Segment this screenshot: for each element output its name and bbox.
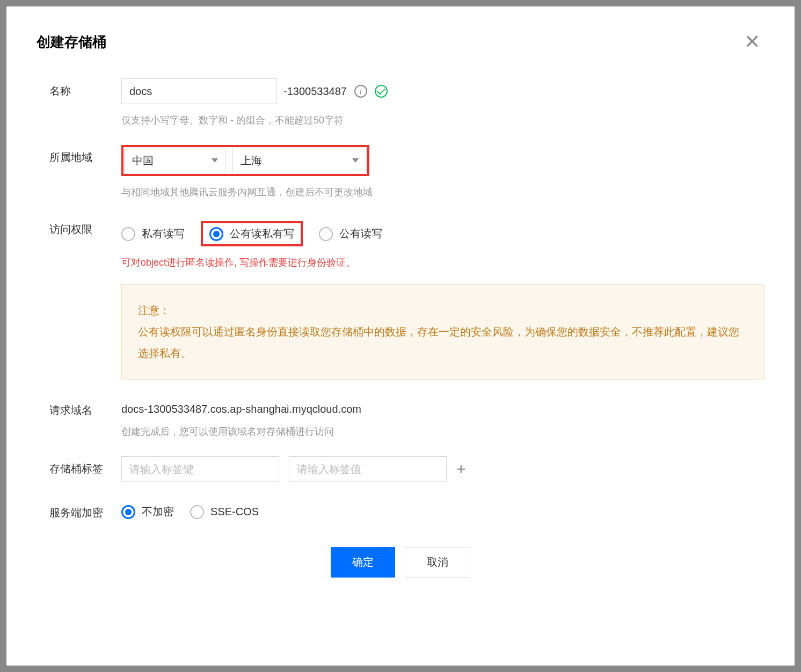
access-notice-box: 注意： 公有读权限可以通过匿名身份直接读取您存储桶中的数据，存在一定的安全风险，… bbox=[121, 284, 764, 379]
row-region: 所属地域 中国 上海 与相同地域其他腾讯云服务内网互通，创建后不可更改地域 bbox=[37, 145, 764, 199]
label-access: 访问权限 bbox=[49, 217, 121, 237]
domain-help-text: 创建完成后，您可以使用该域名对存储桶进行访问 bbox=[121, 425, 764, 438]
radio-no-encryption[interactable]: 不加密 bbox=[121, 505, 174, 519]
country-value: 中国 bbox=[132, 154, 154, 168]
label-name: 名称 bbox=[49, 78, 121, 98]
row-tags: 存储桶标签 + bbox=[37, 456, 764, 482]
label-region: 所属地域 bbox=[49, 145, 121, 165]
radio-label-none: 不加密 bbox=[142, 505, 174, 519]
add-tag-button[interactable]: + bbox=[456, 461, 466, 477]
radio-label-public-read: 公有读私有写 bbox=[230, 227, 294, 241]
confirm-button[interactable]: 确定 bbox=[331, 547, 395, 578]
radio-label-sse: SSE-COS bbox=[210, 506, 259, 518]
modal-header: 创建存储桶 ✕ bbox=[37, 32, 764, 52]
region-highlight-box: 中国 上海 bbox=[121, 145, 369, 176]
radio-icon bbox=[319, 227, 333, 241]
modal-title: 创建存储桶 bbox=[37, 33, 106, 52]
country-select[interactable]: 中国 bbox=[124, 148, 226, 173]
cancel-button[interactable]: 取消 bbox=[405, 547, 470, 578]
close-button[interactable]: ✕ bbox=[740, 32, 764, 52]
create-bucket-modal: 创建存储桶 ✕ 名称 -1300533487 i 仅支持小写字母、数字和 - 的… bbox=[6, 6, 795, 666]
city-select[interactable]: 上海 bbox=[232, 148, 367, 173]
notice-body: 公有读权限可以通过匿名身份直接读取您存储桶中的数据，存在一定的安全风险，为确保您… bbox=[138, 321, 748, 364]
chevron-down-icon bbox=[352, 158, 359, 163]
info-icon[interactable]: i bbox=[354, 85, 367, 98]
label-tags: 存储桶标签 bbox=[49, 456, 121, 476]
row-access: 访问权限 私有读写 公有读私有写 公有读写 可对object进行 bbox=[37, 217, 764, 379]
radio-public-read[interactable]: 公有读私有写 bbox=[209, 227, 294, 241]
radio-icon-selected bbox=[121, 505, 135, 519]
access-highlight-box: 公有读私有写 bbox=[201, 221, 303, 246]
name-help-text: 仅支持小写字母、数字和 - 的组合，不能超过50字符 bbox=[121, 114, 764, 127]
notice-title: 注意： bbox=[138, 300, 748, 321]
radio-icon-selected bbox=[209, 227, 223, 241]
bucket-name-suffix: -1300533487 bbox=[283, 85, 347, 98]
label-encryption: 服务端加密 bbox=[49, 500, 121, 520]
radio-label-public-rw: 公有读写 bbox=[339, 227, 382, 241]
radio-private[interactable]: 私有读写 bbox=[121, 227, 185, 241]
row-domain: 请求域名 docs-1300533487.cos.ap-shanghai.myq… bbox=[37, 398, 764, 438]
close-icon: ✕ bbox=[744, 31, 760, 53]
radio-label-private: 私有读写 bbox=[142, 227, 185, 241]
region-help-text: 与相同地域其他腾讯云服务内网互通，创建后不可更改地域 bbox=[121, 186, 764, 199]
access-warning: 可对object进行匿名读操作, 写操作需要进行身份验证。 bbox=[121, 256, 764, 269]
check-success-icon bbox=[375, 85, 388, 98]
domain-value: docs-1300533487.cos.ap-shanghai.myqcloud… bbox=[121, 398, 764, 415]
radio-public-rw[interactable]: 公有读写 bbox=[319, 227, 382, 241]
tag-key-input[interactable] bbox=[121, 456, 279, 482]
row-name: 名称 -1300533487 i 仅支持小写字母、数字和 - 的组合，不能超过5… bbox=[37, 78, 764, 127]
radio-icon bbox=[190, 505, 204, 519]
label-domain: 请求域名 bbox=[49, 398, 121, 418]
radio-sse-cos[interactable]: SSE-COS bbox=[190, 505, 259, 519]
bucket-name-input[interactable] bbox=[121, 78, 277, 104]
chevron-down-icon bbox=[212, 158, 218, 163]
row-encryption: 服务端加密 不加密 SSE-COS bbox=[37, 500, 764, 520]
city-value: 上海 bbox=[241, 154, 262, 168]
footer: 确定 取消 bbox=[37, 547, 764, 578]
radio-icon bbox=[121, 227, 135, 241]
tag-value-input[interactable] bbox=[289, 456, 447, 482]
